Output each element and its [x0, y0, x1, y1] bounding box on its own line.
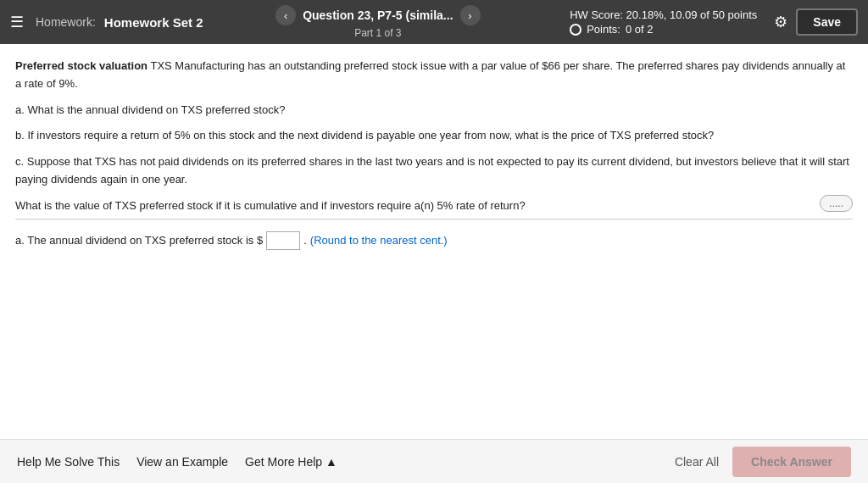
ellipsis-button[interactable]: .....: [820, 195, 853, 212]
problem-part-c: c. Suppose that TXS has not paid dividen…: [15, 153, 853, 189]
problem-intro: Preferred stock valuation TXS Manufactur…: [15, 58, 853, 93]
settings-button[interactable]: ⚙: [774, 13, 787, 31]
circle-icon: [570, 24, 581, 36]
footer-right: Clear All Check Answer: [675, 447, 851, 477]
homework-name: Homework Set 2: [104, 15, 203, 30]
question-title: Question 23, P7-5 (simila...: [303, 8, 453, 22]
hw-score-value: 20.18%, 10.09 of 50 points: [626, 8, 758, 21]
header: ☰ Homework: Homework Set 2 ‹ Question 23…: [0, 0, 868, 44]
part-label: Part 1 of 3: [354, 27, 401, 39]
points-row: Points: 0 of 2: [570, 23, 653, 36]
points-value: 0 of 2: [626, 23, 654, 36]
answer-period: .: [303, 234, 307, 247]
question-nav: ‹ Question 23, P7-5 (simila... ›: [275, 5, 480, 25]
menu-icon[interactable]: ☰: [10, 13, 24, 31]
problem-bold-intro: Preferred stock valuation: [15, 59, 147, 72]
hw-score: HW Score: 20.18%, 10.09 of 50 points: [570, 8, 757, 21]
check-answer-button[interactable]: Check Answer: [732, 447, 851, 477]
points-label: Points:: [587, 23, 620, 36]
score-section: HW Score: 20.18%, 10.09 of 50 points Poi…: [570, 8, 757, 36]
homework-label: Homework:: [36, 15, 96, 29]
header-right: ⚙ Save: [774, 8, 858, 36]
next-question-button[interactable]: ›: [460, 5, 481, 25]
prev-question-button[interactable]: ‹: [275, 5, 296, 25]
hw-score-label: HW Score:: [570, 8, 623, 21]
problem-part-b: b. If investors require a return of 5% o…: [15, 127, 853, 145]
save-button[interactable]: Save: [796, 8, 858, 36]
answer-label: a. The annual dividend on TXS preferred …: [15, 234, 263, 247]
problem-part-c2: What is the value of TXS preferred stock…: [15, 197, 853, 215]
get-more-help-button[interactable]: Get More Help ▲: [245, 455, 354, 469]
problem-part-a: a. What is the annual dividend on TXS pr…: [15, 102, 853, 119]
help-me-solve-button[interactable]: Help Me Solve This: [17, 455, 136, 469]
round-note: (Round to the nearest cent.): [310, 234, 448, 247]
answer-input[interactable]: [266, 231, 300, 250]
header-center: ‹ Question 23, P7-5 (simila... › Part 1 …: [212, 5, 545, 39]
divider: [15, 219, 853, 219]
answer-row: a. The annual dividend on TXS preferred …: [15, 231, 853, 250]
view-example-button[interactable]: View an Example: [136, 455, 245, 469]
clear-all-button[interactable]: Clear All: [675, 455, 719, 469]
main-content: Preferred stock valuation TXS Manufactur…: [0, 44, 868, 434]
footer: Help Me Solve This View an Example Get M…: [0, 439, 868, 483]
